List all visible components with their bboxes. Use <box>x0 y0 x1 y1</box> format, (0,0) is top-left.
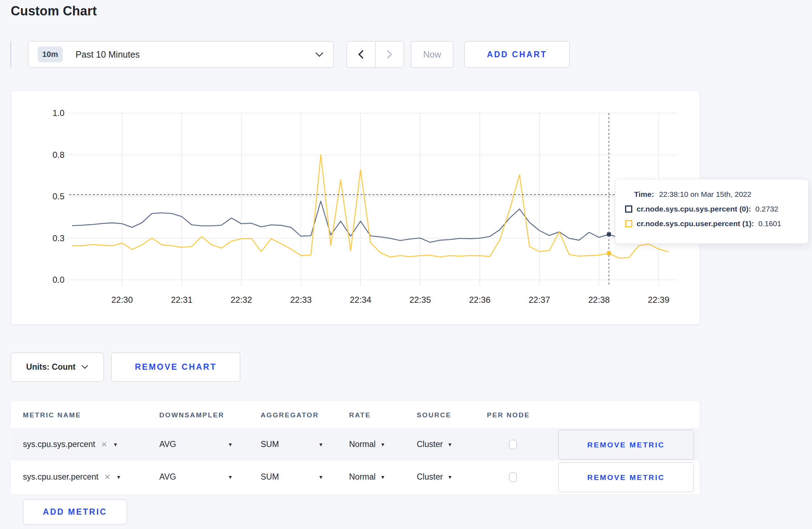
time-range-select[interactable]: 10m Past 10 Minutes <box>28 41 334 68</box>
toolbar-divider <box>10 41 11 68</box>
next-time-button[interactable] <box>375 42 404 67</box>
cell-value: AVG <box>159 440 176 449</box>
y-axis-tick-label: 0.5 <box>53 191 64 201</box>
dropdown-caret-icon[interactable]: ▼ <box>318 474 323 480</box>
chevron-down-icon <box>81 365 88 369</box>
cell-value: SUM <box>261 472 279 482</box>
user-series-swatch-icon <box>625 220 632 227</box>
dropdown-caret-icon[interactable]: ▼ <box>228 474 233 480</box>
per-node-checkbox[interactable] <box>509 472 517 482</box>
cell-value: AVG <box>159 472 176 482</box>
x-axis-tick-label: 22:36 <box>469 295 490 305</box>
x-axis-tick-label: 22:33 <box>290 295 311 305</box>
dropdown-caret-icon[interactable]: ▼ <box>318 442 323 447</box>
column-header: DOWNSAMPLER <box>159 411 224 419</box>
x-axis-tick-label: 22:39 <box>648 295 669 305</box>
series-line <box>72 201 668 242</box>
remove-metric-button[interactable]: REMOVE METRIC <box>558 430 694 460</box>
x-axis-tick-label: 22:34 <box>350 295 371 305</box>
time-range-label: Past 10 Minutes <box>76 49 140 60</box>
chart-tooltip: Time: 22:38:10 on Mar 15th, 2022 cr.node… <box>615 179 808 244</box>
cell-value: SUM <box>261 440 279 449</box>
dropdown-caret-icon[interactable]: ▼ <box>448 474 453 480</box>
chart-plot[interactable]: 0.00.30.50.81.022:3022:3122:3222:3322:34… <box>11 91 700 324</box>
aggregator-select[interactable]: SUM▼ <box>261 461 323 493</box>
source-select[interactable]: Cluster▼ <box>417 461 453 493</box>
rate-select[interactable]: Normal▼ <box>349 461 385 493</box>
dropdown-caret-icon[interactable]: ▼ <box>113 442 118 447</box>
units-select[interactable]: Units: Count <box>11 353 104 382</box>
remove-chart-button[interactable]: REMOVE CHART <box>111 353 240 382</box>
page-title: Custom Chart <box>11 4 97 19</box>
sys-series-swatch-icon <box>625 205 632 213</box>
y-axis-tick-label: 1.0 <box>53 108 64 118</box>
metric-row: sys.cpu.user.percent✕▼AVG▼SUM▼Normal▼Clu… <box>11 461 699 493</box>
per-node-cell <box>509 428 517 461</box>
y-axis-tick-label: 0.3 <box>53 233 64 243</box>
dropdown-caret-icon[interactable]: ▼ <box>380 474 385 480</box>
tooltip-time-label: Time: <box>634 190 654 199</box>
x-axis-tick-label: 22:30 <box>111 295 133 305</box>
y-axis-tick-label: 0.8 <box>53 150 64 160</box>
metric-row: sys.cpu.sys.percent✕▼AVG▼SUM▼Normal▼Clus… <box>11 428 699 461</box>
column-header: RATE <box>349 411 371 419</box>
tooltip-time-value: 22:38:10 on Mar 15th, 2022 <box>659 190 751 199</box>
tooltip-series-value: 0.1601 <box>758 219 781 228</box>
cell-value: Cluster <box>417 440 443 449</box>
x-axis-tick-label: 22:35 <box>409 295 431 305</box>
y-axis-tick-label: 0.0 <box>53 275 64 285</box>
column-header: PER NODE <box>487 411 530 419</box>
rate-select[interactable]: Normal▼ <box>349 428 385 461</box>
units-label: Units: Count <box>26 362 76 372</box>
now-button[interactable]: Now <box>411 41 453 68</box>
dropdown-caret-icon[interactable]: ▼ <box>116 474 121 480</box>
add-chart-button[interactable]: ADD CHART <box>464 41 570 68</box>
column-header: AGGREGATOR <box>261 411 319 419</box>
dropdown-caret-icon[interactable]: ▼ <box>448 442 453 447</box>
clear-metric-icon[interactable]: ✕ <box>101 440 107 449</box>
column-header: METRIC NAME <box>23 411 81 419</box>
tooltip-series-name: cr.node.sys.cpu.sys.percent (0): <box>637 205 751 213</box>
metric-name-select[interactable]: sys.cpu.sys.percent✕▼ <box>23 428 118 461</box>
x-axis-tick-label: 22:32 <box>231 295 252 305</box>
add-metric-button[interactable]: ADD METRIC <box>23 499 127 524</box>
metric-name-select[interactable]: sys.cpu.user.percent✕▼ <box>23 461 121 493</box>
remove-metric-button[interactable]: REMOVE METRIC <box>558 462 694 492</box>
chart-card[interactable]: 0.00.30.50.81.022:3022:3122:3222:3322:34… <box>11 90 700 325</box>
cell-value: sys.cpu.user.percent <box>23 472 98 482</box>
x-axis-tick-label: 22:38 <box>588 295 610 305</box>
time-range-badge: 10m <box>38 47 63 62</box>
hover-marker <box>607 251 611 255</box>
time-nav-arrows <box>347 41 404 68</box>
hover-marker <box>607 232 611 236</box>
downsampler-select[interactable]: AVG▼ <box>159 428 233 461</box>
per-node-checkbox[interactable] <box>509 440 517 449</box>
cell-value: sys.cpu.sys.percent <box>23 440 95 449</box>
tooltip-series-row: cr.node.sys.cpu.user.percent (1): 0.1601 <box>625 219 801 228</box>
dropdown-caret-icon[interactable]: ▼ <box>380 442 385 447</box>
metrics-table: METRIC NAMEDOWNSAMPLERAGGREGATORRATESOUR… <box>11 401 699 494</box>
column-header: SOURCE <box>417 411 451 419</box>
aggregator-select[interactable]: SUM▼ <box>261 428 323 461</box>
x-axis-tick-label: 22:37 <box>528 295 550 305</box>
cell-value: Cluster <box>417 472 443 482</box>
downsampler-select[interactable]: AVG▼ <box>159 461 233 493</box>
clear-metric-icon[interactable]: ✕ <box>104 473 111 481</box>
chevron-down-icon <box>315 52 324 57</box>
tooltip-series-name: cr.node.sys.cpu.user.percent (1): <box>637 219 754 228</box>
prev-time-button[interactable] <box>347 42 375 67</box>
cell-value: Normal <box>349 472 376 482</box>
dropdown-caret-icon[interactable]: ▼ <box>228 442 233 447</box>
tooltip-series-value: 0.2732 <box>755 205 778 213</box>
x-axis-tick-label: 22:31 <box>171 295 192 305</box>
cell-value: Normal <box>349 440 376 449</box>
per-node-cell <box>509 461 517 493</box>
series-line <box>72 155 668 258</box>
tooltip-series-row: cr.node.sys.cpu.sys.percent (0): 0.2732 <box>625 205 801 213</box>
source-select[interactable]: Cluster▼ <box>417 428 453 461</box>
